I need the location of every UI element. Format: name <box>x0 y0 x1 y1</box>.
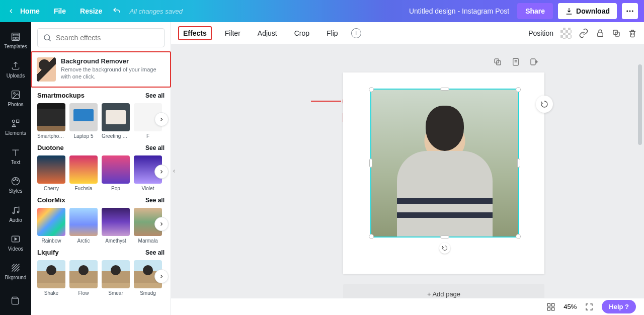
rail-templates[interactable]: Templates <box>0 26 31 55</box>
annotation-line <box>311 101 341 102</box>
zoom-level[interactable]: 45% <box>564 303 577 310</box>
nav-home[interactable]: Home <box>20 7 40 15</box>
canvas-page[interactable] <box>343 72 544 274</box>
liquify-item[interactable]: Flow <box>69 260 98 296</box>
colormix-item[interactable]: Rainbow <box>37 208 65 244</box>
resize-handle[interactable] <box>369 234 374 239</box>
grid-view-icon[interactable] <box>546 302 555 311</box>
vertical-scrollbar[interactable] <box>637 44 643 298</box>
status-bar: 45% Help ? <box>171 298 644 315</box>
nav-file[interactable]: File <box>54 7 66 15</box>
help-button[interactable]: Help ? <box>602 300 636 313</box>
bg-remover-desc: Remove the background of your image with… <box>61 66 165 81</box>
design-title[interactable]: Untitled design - Instagram Post <box>409 7 509 15</box>
fullscreen-icon[interactable] <box>585 302 594 311</box>
delete-icon[interactable] <box>628 29 637 38</box>
lock-icon[interactable] <box>596 29 605 38</box>
svg-rect-4 <box>13 34 18 36</box>
tab-filter[interactable]: Filter <box>221 27 245 39</box>
liquify-item[interactable]: Shake <box>37 260 65 296</box>
rotate-handle[interactable] <box>439 243 450 254</box>
rail-audio[interactable]: Audio <box>0 199 31 228</box>
share-button[interactable]: Share <box>517 3 553 19</box>
colormix-item[interactable]: Arctic <box>69 208 98 244</box>
rail-photos[interactable]: Photos <box>0 84 31 113</box>
svg-point-0 <box>626 11 628 12</box>
liquify-grid: Shake Flow Smear Smudg <box>31 258 171 297</box>
add-page-button[interactable]: + Add page <box>343 284 544 298</box>
rail-videos[interactable]: Videos <box>0 228 31 257</box>
tab-adjust[interactable]: Adjust <box>254 27 281 39</box>
svg-rect-19 <box>598 33 603 37</box>
scroll-right-button[interactable] <box>154 217 169 231</box>
rail-elements[interactable]: Elements <box>0 113 31 141</box>
resize-handle[interactable] <box>516 87 521 92</box>
info-icon[interactable]: i <box>351 28 361 38</box>
position-button[interactable]: Position <box>528 29 553 37</box>
resize-handle[interactable] <box>440 235 449 239</box>
search-input[interactable] <box>56 34 159 42</box>
collapse-panel-button[interactable] <box>171 156 178 186</box>
scroll-right-button[interactable] <box>154 112 169 126</box>
seeall-liquify[interactable]: See all <box>145 249 165 256</box>
nav-resize[interactable]: Resize <box>80 7 102 15</box>
rail-styles[interactable]: Styles <box>0 171 31 199</box>
svg-rect-10 <box>17 120 19 123</box>
duotone-item[interactable]: Cherry <box>37 155 65 191</box>
selected-image[interactable] <box>370 89 519 238</box>
resize-handle[interactable] <box>369 87 374 92</box>
resize-handle[interactable] <box>516 234 521 239</box>
scroll-right-button[interactable] <box>154 165 169 179</box>
resize-handle[interactable] <box>440 88 449 91</box>
liquify-item[interactable]: Smear <box>102 260 130 296</box>
svg-point-18 <box>44 35 50 40</box>
back-button[interactable] <box>6 8 16 15</box>
canvas-area: Effects Filter Adjust Crop Flip i Positi… <box>171 22 644 315</box>
tab-flip[interactable]: Flip <box>323 27 342 39</box>
reset-button[interactable] <box>536 96 553 113</box>
section-colormix: ColorMix <box>37 196 65 204</box>
rail-text[interactable]: Text <box>0 142 31 171</box>
seeall-colormix[interactable]: See all <box>145 197 165 204</box>
rail-uploads[interactable]: Uploads <box>0 55 31 84</box>
tab-crop[interactable]: Crop <box>290 27 313 39</box>
smartmockup-item[interactable]: Laptop 5 <box>69 103 98 139</box>
colormix-item[interactable]: Amethyst <box>102 208 130 244</box>
svg-rect-5 <box>13 37 15 39</box>
smartmockup-item[interactable]: Greeting car... <box>102 103 130 139</box>
seeall-smartmockups[interactable]: See all <box>145 92 165 99</box>
page-new-icon[interactable] <box>529 57 538 68</box>
download-button[interactable]: Download <box>558 3 617 19</box>
resize-handle[interactable] <box>517 159 520 168</box>
resize-handle[interactable] <box>369 159 372 168</box>
seeall-duotone[interactable]: See all <box>145 144 165 151</box>
svg-point-2 <box>632 11 633 12</box>
transparency-icon[interactable] <box>560 28 572 39</box>
duotone-grid: Cherry Fuchsia Pop Violet <box>31 153 171 192</box>
scroll-right-button[interactable] <box>154 269 169 283</box>
link-icon[interactable] <box>579 28 589 38</box>
tab-effects[interactable]: Effects <box>178 26 212 40</box>
page-actions <box>493 57 538 68</box>
undo-button[interactable] <box>112 7 121 16</box>
page-copy-icon[interactable] <box>511 57 520 68</box>
smartmockup-item[interactable]: Smartphone 2 <box>37 103 65 139</box>
effects-panel: Background Remover Remove the background… <box>31 22 171 315</box>
top-bar: Home File Resize All changes saved Untit… <box>0 0 644 22</box>
background-remover-button[interactable]: Background Remover Remove the background… <box>31 51 171 88</box>
duotone-item[interactable]: Pop <box>102 155 130 191</box>
page-duplicate-icon[interactable] <box>493 57 502 68</box>
stage[interactable]: Click on Background Remover <box>171 44 644 298</box>
rail-bkground[interactable]: Bkground <box>0 257 31 286</box>
bg-remover-title: Background Remover <box>61 57 165 65</box>
search-effects[interactable] <box>37 28 165 47</box>
side-rail: Templates Uploads Photos Elements Text S… <box>0 22 31 315</box>
svg-point-12 <box>14 180 15 181</box>
duotone-item[interactable]: Fuchsia <box>69 155 98 191</box>
image-toolbar: Effects Filter Adjust Crop Flip i Positi… <box>171 22 644 44</box>
duplicate-icon[interactable] <box>612 29 621 38</box>
svg-rect-25 <box>531 59 535 65</box>
rail-more[interactable] <box>0 286 31 315</box>
more-menu-button[interactable] <box>622 3 638 19</box>
save-status: All changes saved <box>129 8 183 15</box>
